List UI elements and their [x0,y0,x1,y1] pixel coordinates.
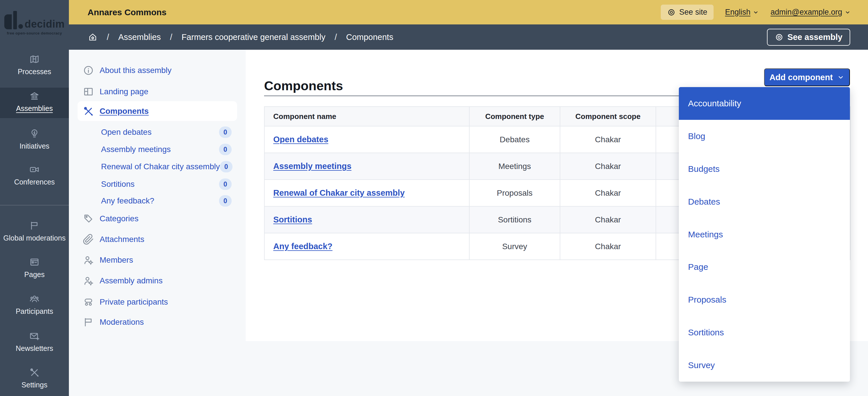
people-icon [29,293,40,304]
component-link[interactable]: Open debates [273,135,329,144]
component-link[interactable]: Sortitions [273,215,312,224]
subnav-components-active[interactable]: Components [78,101,237,121]
component-link[interactable]: Any feedback? [273,242,332,251]
component-link-label: Renewal of Chakar city assembly [101,162,220,171]
subnav-component-open-debates[interactable]: Open debates 0 [101,126,231,139]
count-badge: 0 [219,126,231,138]
sidebar-item-assemblies[interactable]: Assemblies [0,90,69,113]
user-gear-icon [83,275,94,286]
home-icon[interactable] [88,32,98,42]
subnav-label: Components [100,107,149,116]
dropdown-item-budgets[interactable]: Budgets [679,152,850,186]
sidebar-item-pages[interactable]: Pages [0,257,69,279]
breadcrumb: / Assemblies / Farmers cooperative gener… [69,24,868,50]
layout-icon [83,86,94,97]
component-type-cell: Sortitions [469,206,560,233]
subnav-label: Attachments [100,235,144,244]
subnav-assembly-admins[interactable]: Assembly admins [83,274,162,288]
decidim-logo[interactable]: decidim free open-source democracy [0,11,69,35]
breadcrumb-components[interactable]: Components [346,32,393,42]
chevron-down-icon [753,9,759,16]
bank-icon [29,90,40,102]
dropdown-item-page[interactable]: Page [679,251,850,284]
component-scope-cell: Chakar [560,233,656,260]
subnav-component-sortitions[interactable]: Sortitions 0 [101,178,231,191]
sidebar-item-label: Settings [22,381,48,389]
subnav-categories[interactable]: Categories [83,212,138,226]
column-component-type: Component type [469,107,560,126]
decidim-logo-tagline: free open-source democracy [7,31,62,35]
sidebar-item-label: Participants [16,307,53,315]
sidebar-item-newsletters[interactable]: Newsletters [0,331,69,352]
add-component-dropdown: Accountability Blog Budgets Debates Meet… [679,87,850,381]
subnav-component-renewal[interactable]: Renewal of Chakar city assembly 0 [101,160,231,173]
dropdown-item-accountability[interactable]: Accountability [679,87,850,120]
page-title: Components [264,79,343,92]
breadcrumb-separator: / [107,32,109,42]
component-scope-cell: Chakar [560,126,656,153]
see-assembly-button[interactable]: See assembly [767,29,850,46]
paperclip-icon [83,234,94,245]
group-icon [83,296,94,308]
dropdown-item-meetings[interactable]: Meetings [679,218,850,251]
component-link[interactable]: Renewal of Chakar city assembly [273,188,405,197]
component-link[interactable]: Assembly meetings [273,162,351,171]
component-link-label: Any feedback? [101,196,154,205]
dropdown-item-blog[interactable]: Blog [679,120,850,152]
subnav-private-participants[interactable]: Private participants [83,295,168,309]
subnav-component-any-feedback[interactable]: Any feedback? 0 [101,195,231,207]
sidebar-divider [0,205,69,205]
sidebar-item-label: Pages [24,271,45,279]
subnav-attachments[interactable]: Attachments [83,232,144,246]
sidebar-item-initiatives[interactable]: Initiatives [0,128,69,150]
subnav-label: About this assembly [100,66,172,75]
dropdown-item-proposals[interactable]: Proposals [679,283,850,316]
sidebar-item-settings[interactable]: Settings [0,367,69,389]
subnav-label: Private participants [100,298,168,307]
dropdown-item-survey[interactable]: Survey [679,349,850,381]
sidebar-item-participants[interactable]: Participants [0,293,69,315]
dropdown-item-sortitions[interactable]: Sortitions [679,316,850,349]
dropdown-item-debates[interactable]: Debates [679,186,850,218]
see-site-button[interactable]: See site [661,5,714,20]
tag-icon [83,213,94,224]
component-link-label: Open debates [101,128,152,137]
component-type-cell: Proposals [469,179,560,206]
user-menu[interactable]: admin@example.org [770,8,851,17]
add-component-label: Add component [770,73,833,82]
breadcrumb-assemblies[interactable]: Assemblies [118,32,161,42]
decidim-logo-text: decidim [25,19,65,29]
flag-icon [29,220,40,231]
language-selector[interactable]: English [725,8,759,17]
column-component-scope: Component scope [560,107,656,126]
sidebar-item-conferences[interactable]: Conferences [0,164,69,186]
subnav-members[interactable]: Members [83,253,133,267]
info-icon [83,65,94,76]
decidim-logo-glyph [4,11,23,29]
top-bar: Annares Commons See site English admin@e… [69,0,868,24]
component-scope-cell: Chakar [560,179,656,206]
sidebar-item-label: Assemblies [16,104,53,113]
chevron-down-icon [837,74,844,81]
subnav-landing-page[interactable]: Landing page [83,85,148,98]
subnav-about-assembly[interactable]: About this assembly [83,63,172,77]
sidebar-item-processes[interactable]: Processes [0,54,69,76]
sidebar-item-global-moderations[interactable]: Global moderations [0,220,69,242]
mail-plus-icon [29,331,40,341]
chevron-down-icon [844,9,851,16]
add-component-button[interactable]: Add component [764,68,850,86]
component-type-cell: Debates [469,126,560,153]
subnav-label: Moderations [100,317,144,327]
see-assembly-label: See assembly [787,32,842,42]
count-badge: 0 [219,178,231,190]
subnav-moderations[interactable]: Moderations [83,315,144,329]
see-site-label: See site [679,8,707,17]
subnav-component-assembly-meetings[interactable]: Assembly meetings 0 [101,143,231,156]
breadcrumb-assembly-name[interactable]: Farmers cooperative general assembly [181,32,325,42]
page-icon [29,257,40,267]
breadcrumb-separator: / [335,32,337,42]
user-email: admin@example.org [770,8,842,17]
eye-icon [667,8,676,17]
subnav-label: Members [100,255,133,265]
sidebar-item-label: Initiatives [20,142,50,150]
